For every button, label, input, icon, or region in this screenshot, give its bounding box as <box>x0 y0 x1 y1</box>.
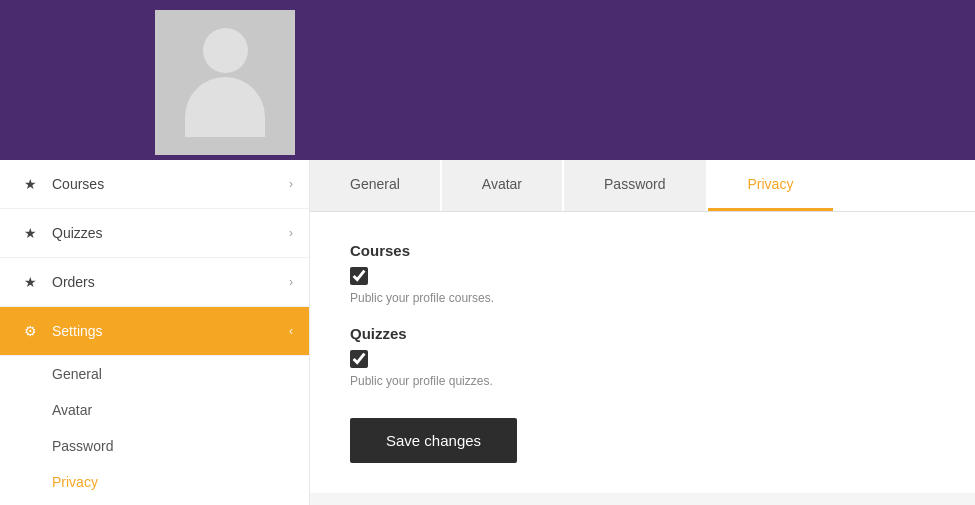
avatar-head <box>203 28 248 73</box>
courses-chevron-icon: › <box>289 177 293 191</box>
main-layout: ★ Courses › ★ Quizzes › ★ Orders › ⚙ Set… <box>0 160 975 505</box>
sidebar-item-courses[interactable]: ★ Courses › <box>0 160 309 209</box>
quizzes-icon: ★ <box>20 223 40 243</box>
sidebar-item-orders[interactable]: ★ Orders › <box>0 258 309 307</box>
sidebar-subitem-privacy[interactable]: Privacy <box>0 464 309 500</box>
sidebar-item-settings[interactable]: ⚙ Settings ‹ <box>0 307 309 356</box>
sidebar-courses-label: Courses <box>52 176 104 192</box>
sidebar-item-quizzes[interactable]: ★ Quizzes › <box>0 209 309 258</box>
subitem-avatar-label: Avatar <box>52 402 92 418</box>
avatar-figure <box>185 28 265 137</box>
subitem-password-label: Password <box>52 438 113 454</box>
tabs-container: General Avatar Password Privacy <box>310 160 975 212</box>
courses-section-title: Courses <box>350 242 935 259</box>
save-changes-button[interactable]: Save changes <box>350 418 517 463</box>
avatar-container <box>155 10 295 155</box>
privacy-content: Courses Public your profile courses. Qui… <box>310 212 975 493</box>
courses-checkbox[interactable] <box>350 267 368 285</box>
sidebar: ★ Courses › ★ Quizzes › ★ Orders › ⚙ Set… <box>0 160 310 505</box>
settings-chevron-icon: ‹ <box>289 324 293 338</box>
subitem-privacy-label: Privacy <box>52 474 98 490</box>
header-banner <box>0 0 975 160</box>
orders-icon: ★ <box>20 272 40 292</box>
orders-chevron-icon: › <box>289 275 293 289</box>
courses-section: Courses Public your profile courses. <box>350 242 935 305</box>
courses-section-desc: Public your profile courses. <box>350 291 935 305</box>
quizzes-section-title: Quizzes <box>350 325 935 342</box>
tab-privacy[interactable]: Privacy <box>708 160 834 211</box>
content-area: General Avatar Password Privacy Courses … <box>310 160 975 505</box>
courses-checkbox-wrapper <box>350 267 935 285</box>
tab-general[interactable]: General <box>310 160 440 211</box>
settings-icon: ⚙ <box>20 321 40 341</box>
sidebar-settings-label: Settings <box>52 323 103 339</box>
avatar-body <box>185 77 265 137</box>
sidebar-subitem-avatar[interactable]: Avatar <box>0 392 309 428</box>
quizzes-section-desc: Public your profile quizzes. <box>350 374 935 388</box>
quizzes-checkbox[interactable] <box>350 350 368 368</box>
tab-password[interactable]: Password <box>564 160 705 211</box>
quizzes-chevron-icon: › <box>289 226 293 240</box>
quizzes-checkbox-wrapper <box>350 350 935 368</box>
tab-avatar[interactable]: Avatar <box>442 160 562 211</box>
sidebar-item-logout[interactable]: ★ Logout <box>0 500 309 505</box>
sidebar-subitem-general[interactable]: General <box>0 356 309 392</box>
sidebar-subitem-password[interactable]: Password <box>0 428 309 464</box>
sidebar-orders-label: Orders <box>52 274 95 290</box>
quizzes-section: Quizzes Public your profile quizzes. <box>350 325 935 388</box>
subitem-general-label: General <box>52 366 102 382</box>
sidebar-quizzes-label: Quizzes <box>52 225 103 241</box>
courses-icon: ★ <box>20 174 40 194</box>
